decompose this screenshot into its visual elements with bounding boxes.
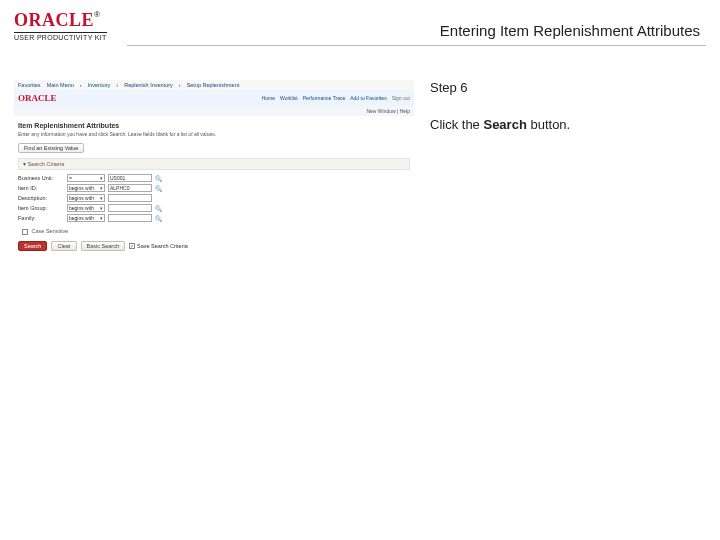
- instruction-column: Step 6 Click the Search button.: [430, 80, 706, 259]
- breadcrumb-item[interactable]: Favorites: [18, 82, 41, 88]
- item-group-input[interactable]: [108, 204, 152, 212]
- instruction-text: Click the Search button.: [430, 117, 706, 132]
- instruction-text-bold: Search: [483, 117, 526, 132]
- basic-search-link[interactable]: Basic Search: [81, 241, 125, 251]
- field-label: Family:: [18, 215, 64, 221]
- logo-trademark: ®: [94, 10, 100, 19]
- app-screenshot: Favorites Main Menu › Inventory › Replen…: [14, 80, 414, 259]
- nav-link-worklist[interactable]: Worklist: [280, 95, 298, 101]
- page-header: ORACLE® USER PRODUCTIVITY KIT Entering I…: [0, 0, 720, 52]
- button-row: Search Clear Basic Search ✓ Save Search …: [14, 237, 414, 253]
- family-input[interactable]: [108, 214, 152, 222]
- logo-subtitle: USER PRODUCTIVITY KIT: [14, 32, 107, 41]
- description-input[interactable]: [108, 194, 152, 202]
- operator-select[interactable]: begins with: [67, 204, 105, 212]
- item-id-input[interactable]: ALPHC0: [108, 184, 152, 192]
- find-existing-value-tab[interactable]: Find an Existing Value: [18, 143, 84, 153]
- breadcrumb-item[interactable]: Setup Replenishment: [187, 82, 240, 88]
- header-title-wrap: Entering Item Replenishment Attributes: [127, 10, 706, 46]
- screenshot-page-desc: Enter any information you have and click…: [14, 131, 414, 141]
- operator-select[interactable]: =: [67, 174, 105, 182]
- lookup-icon[interactable]: 🔍: [155, 175, 167, 182]
- instruction-text-suffix: button.: [527, 117, 570, 132]
- oracle-logo-small: ORACLE: [18, 93, 57, 103]
- field-label: Description:: [18, 195, 64, 201]
- oracle-nav-bar: ORACLE Home Worklist Performance Trace A…: [14, 90, 414, 106]
- business-unit-input[interactable]: US001: [108, 174, 152, 182]
- nav-link-favorites[interactable]: Add to Favorites: [350, 95, 386, 101]
- search-criteria-section[interactable]: ▾ Search Criteria: [18, 158, 410, 170]
- sub-bar[interactable]: New Window | Help: [14, 106, 414, 116]
- logo-word: ORACLE: [14, 10, 94, 30]
- screenshot-column: Favorites Main Menu › Inventory › Replen…: [14, 80, 414, 259]
- search-button[interactable]: Search: [18, 241, 47, 251]
- breadcrumb: Favorites Main Menu › Inventory › Replen…: [14, 80, 414, 90]
- operator-select[interactable]: begins with: [67, 184, 105, 192]
- instruction-text-prefix: Click the: [430, 117, 483, 132]
- field-label: Business Unit:: [18, 175, 64, 181]
- oracle-logo: ORACLE® USER PRODUCTIVITY KIT: [14, 10, 107, 41]
- case-sensitive-label: Case Sensitive: [32, 228, 69, 234]
- search-form: Business Unit: = US001 🔍 Item ID: begins…: [14, 172, 214, 226]
- case-sensitive-row: Case Sensitive: [14, 226, 414, 237]
- clear-button[interactable]: Clear: [51, 241, 76, 251]
- save-search-criteria[interactable]: ✓ Save Search Criteria: [129, 243, 188, 249]
- main-area: Favorites Main Menu › Inventory › Replen…: [0, 80, 720, 259]
- screenshot-page-title: Item Replenishment Attributes: [14, 116, 414, 131]
- global-nav-links: Home Worklist Performance Trace Add to F…: [262, 95, 410, 101]
- lookup-icon[interactable]: 🔍: [155, 215, 167, 222]
- case-sensitive-checkbox[interactable]: [22, 229, 28, 235]
- save-search-checkbox[interactable]: ✓: [129, 243, 135, 249]
- nav-link-trace[interactable]: Performance Trace: [303, 95, 346, 101]
- field-label: Item ID:: [18, 185, 64, 191]
- breadcrumb-item[interactable]: Inventory: [88, 82, 111, 88]
- breadcrumb-item[interactable]: Main Menu: [47, 82, 74, 88]
- breadcrumb-item[interactable]: Replenish Inventory: [124, 82, 173, 88]
- operator-select[interactable]: begins with: [67, 194, 105, 202]
- nav-link-signout[interactable]: Sign out: [392, 95, 410, 101]
- lookup-icon[interactable]: 🔍: [155, 205, 167, 212]
- lookup-icon[interactable]: 🔍: [155, 185, 167, 192]
- save-search-label: Save Search Criteria: [137, 243, 188, 249]
- page-title: Entering Item Replenishment Attributes: [127, 22, 706, 46]
- operator-select[interactable]: begins with: [67, 214, 105, 222]
- nav-link-home[interactable]: Home: [262, 95, 275, 101]
- step-label: Step 6: [430, 80, 706, 95]
- field-label: Item Group:: [18, 205, 64, 211]
